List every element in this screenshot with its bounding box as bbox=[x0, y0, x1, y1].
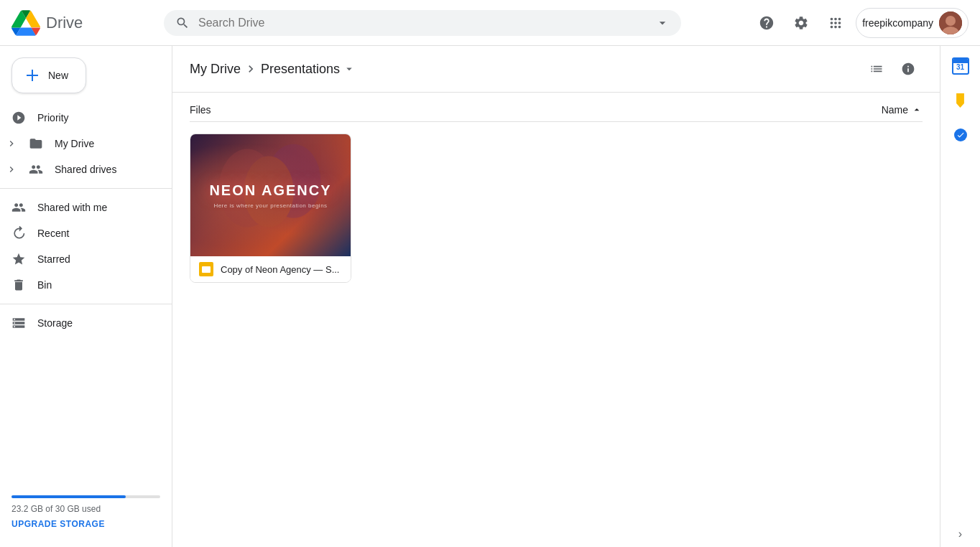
sidebar-label-shared-drives: Shared drives bbox=[55, 164, 116, 175]
breadcrumb: My Drive Presentations bbox=[190, 62, 856, 77]
breadcrumb-parent[interactable]: My Drive bbox=[190, 62, 241, 77]
header-right: freepikcompany bbox=[752, 8, 969, 38]
my-drive-icon bbox=[29, 136, 43, 151]
toolbar-actions bbox=[862, 55, 923, 83]
keep-icon bbox=[954, 93, 967, 108]
help-button[interactable] bbox=[752, 9, 781, 37]
sort-label: Name bbox=[882, 104, 908, 116]
tasks-button[interactable] bbox=[946, 121, 975, 149]
plus-icon bbox=[24, 67, 41, 84]
sidebar-label-starred: Starred bbox=[37, 253, 70, 265]
slides-icon-inner bbox=[202, 266, 211, 273]
shared-with-me-icon bbox=[11, 200, 26, 215]
search-icon bbox=[175, 16, 190, 30]
new-button-label: New bbox=[48, 70, 68, 81]
calendar-icon: 31 bbox=[952, 57, 969, 75]
storage-used-text: 23.2 GB of 30 GB used bbox=[11, 504, 160, 514]
storage-bar-background bbox=[11, 495, 160, 498]
sort-area[interactable]: Name bbox=[882, 104, 923, 116]
file-grid: NEON AGENCY Here is where your presentat… bbox=[190, 134, 923, 283]
search-bar[interactable] bbox=[164, 10, 681, 36]
thumbnail-subtitle: Here is where your presentation begins bbox=[209, 202, 331, 209]
list-view-button[interactable] bbox=[862, 55, 891, 83]
file-name: Copy of Neon Agency — S... bbox=[221, 264, 342, 275]
google-drive-logo bbox=[11, 9, 40, 37]
sidebar-item-starred[interactable]: Starred bbox=[0, 246, 166, 272]
sidebar-item-bin[interactable]: Bin bbox=[0, 272, 166, 298]
sidebar: New Priority My Drive bbox=[0, 46, 172, 547]
sidebar-divider-1 bbox=[0, 188, 172, 189]
sidebar-item-priority[interactable]: Priority bbox=[0, 105, 166, 131]
info-button[interactable] bbox=[894, 55, 923, 83]
tasks-icon bbox=[954, 128, 967, 141]
breadcrumb-current: Presentations bbox=[261, 62, 356, 77]
file-thumbnail: NEON AGENCY Here is where your presentat… bbox=[190, 134, 351, 256]
main-layout: New Priority My Drive bbox=[0, 46, 980, 547]
calendar-button[interactable]: 31 bbox=[946, 52, 975, 80]
sidebar-item-shared-drives[interactable]: Shared drives bbox=[0, 156, 166, 182]
app-title: Drive bbox=[46, 14, 83, 32]
breadcrumb-separator bbox=[244, 62, 258, 76]
storage-icon bbox=[11, 316, 26, 330]
bin-icon bbox=[11, 278, 26, 292]
slides-file-icon bbox=[199, 262, 213, 276]
shared-drives-icon bbox=[29, 162, 43, 177]
right-panel: 31 › bbox=[940, 46, 980, 547]
file-section-title: Files bbox=[190, 104, 882, 116]
thumbnail-title: NEON AGENCY bbox=[209, 182, 331, 198]
upgrade-storage-link[interactable]: UPGRADE STORAGE bbox=[11, 519, 105, 529]
avatar bbox=[939, 11, 962, 34]
logo-area: Drive bbox=[11, 9, 155, 37]
svg-point-1 bbox=[946, 16, 956, 26]
sidebar-item-my-drive[interactable]: My Drive bbox=[0, 131, 166, 156]
file-area: Files Name bbox=[172, 93, 940, 547]
priority-icon bbox=[11, 111, 26, 125]
sort-asc-icon bbox=[911, 104, 923, 116]
sidebar-label-priority: Priority bbox=[37, 112, 69, 123]
sidebar-label-recent: Recent bbox=[37, 228, 69, 239]
breadcrumb-current-text: Presentations bbox=[261, 62, 340, 77]
storage-section: 23.2 GB of 30 GB used UPGRADE STORAGE bbox=[0, 490, 172, 541]
expand-right-panel-button[interactable]: › bbox=[953, 527, 968, 541]
main-content: My Drive Presentations bbox=[172, 46, 940, 547]
file-info: Copy of Neon Agency — S... bbox=[190, 256, 351, 282]
storage-bar-fill bbox=[11, 495, 126, 498]
new-button[interactable]: New bbox=[11, 57, 86, 93]
sidebar-label-bin: Bin bbox=[37, 279, 52, 291]
recent-icon bbox=[11, 226, 26, 240]
thumbnail-text: NEON AGENCY Here is where your presentat… bbox=[209, 182, 331, 209]
sidebar-divider-2 bbox=[0, 304, 172, 304]
sidebar-label-my-drive: My Drive bbox=[55, 138, 94, 149]
sidebar-item-storage[interactable]: Storage bbox=[0, 310, 172, 336]
account-area[interactable]: freepikcompany bbox=[856, 8, 969, 38]
apps-button[interactable] bbox=[821, 9, 850, 37]
keep-button[interactable] bbox=[946, 86, 975, 115]
header: Drive bbox=[0, 0, 980, 46]
account-name: freepikcompany bbox=[862, 17, 933, 29]
storage-label: Storage bbox=[37, 317, 73, 329]
sidebar-item-shared-with-me[interactable]: Shared with me bbox=[0, 195, 166, 220]
content-toolbar: My Drive Presentations bbox=[172, 46, 940, 93]
my-drive-expand-icon[interactable] bbox=[6, 138, 17, 149]
file-card[interactable]: NEON AGENCY Here is where your presentat… bbox=[190, 134, 351, 283]
settings-button[interactable] bbox=[787, 9, 815, 37]
search-dropdown-icon[interactable] bbox=[655, 16, 670, 30]
search-input[interactable] bbox=[198, 17, 647, 29]
calendar-date: 31 bbox=[956, 64, 964, 71]
file-section-header: Files Name bbox=[190, 98, 923, 122]
sidebar-label-shared-with-me: Shared with me bbox=[37, 202, 107, 213]
starred-icon bbox=[11, 252, 26, 266]
sidebar-item-recent[interactable]: Recent bbox=[0, 220, 166, 246]
shared-drives-expand-icon[interactable] bbox=[6, 164, 17, 175]
breadcrumb-dropdown-icon[interactable] bbox=[343, 62, 356, 75]
